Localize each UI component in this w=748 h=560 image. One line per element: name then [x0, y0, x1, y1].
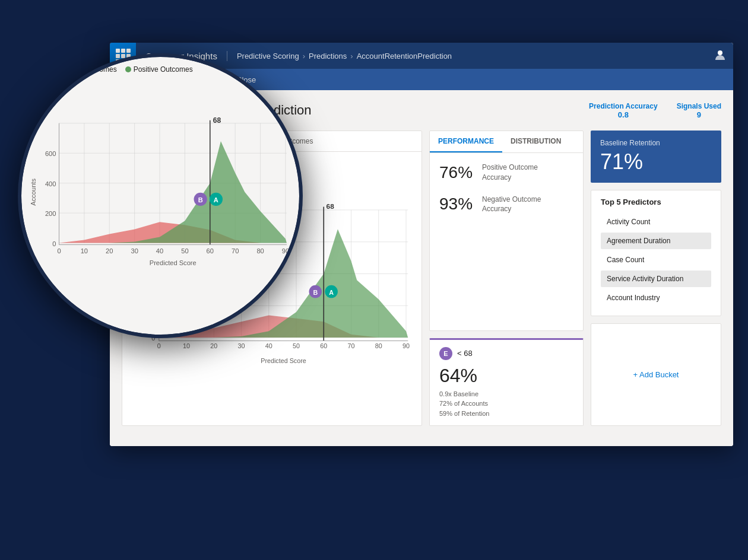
svg-text:90: 90	[282, 247, 289, 254]
bucket-stat-2: 72% of Accounts	[439, 399, 573, 409]
svg-text:20: 20	[106, 247, 113, 254]
svg-text:90: 90	[402, 342, 410, 349]
breadcrumb-sep-1: ›	[303, 52, 305, 61]
svg-text:10: 10	[183, 342, 190, 349]
tab-performance[interactable]: PERFORMANCE	[430, 131, 502, 152]
middle-panel: PERFORMANCE DISTRIBUTION 76% Positive Ou…	[429, 131, 584, 426]
negative-accuracy-label: Negative OutcomeAccuracy	[482, 195, 541, 215]
svg-text:50: 50	[181, 247, 188, 254]
svg-text:68: 68	[213, 116, 221, 125]
signals-used-label: Signals Used	[677, 102, 721, 110]
svg-text:70: 70	[232, 247, 239, 254]
tab-distribution[interactable]: DISTRIBUTION	[502, 131, 569, 152]
bucket-badge: E	[439, 347, 452, 360]
predictor-4: Service Activity Duration	[601, 271, 711, 287]
zoom-chart-area: 0 200 400 600 Accounts 68 B A	[21, 78, 299, 335]
breadcrumb-item-3[interactable]: AccountRetentionPrediction	[357, 52, 452, 61]
prediction-accuracy-label: Prediction Accuracy	[589, 102, 658, 110]
svg-text:30: 30	[238, 342, 245, 349]
prediction-accuracy-value: 0.8	[589, 110, 658, 119]
predictor-2: Agreement Duration	[601, 233, 711, 249]
svg-text:80: 80	[256, 247, 264, 254]
baseline-value: 71%	[600, 149, 712, 174]
breadcrumb-sep-2: ›	[350, 52, 353, 61]
svg-text:20: 20	[210, 342, 217, 349]
signals-used-block: Signals Used 9	[677, 102, 721, 119]
zoom-chart-svg: 0 200 400 600 Accounts 68 B A	[26, 78, 290, 330]
predictor-5: Account Industry	[601, 289, 711, 306]
svg-text:B: B	[313, 289, 318, 296]
predictors-panel: Top 5 Predictors Activity Count Agreemen…	[591, 190, 721, 316]
svg-text:600: 600	[45, 150, 56, 157]
positive-accuracy-pct: 76%	[439, 163, 475, 182]
svg-text:Accounts: Accounts	[30, 179, 37, 206]
svg-text:A: A	[214, 196, 218, 203]
bucket-pct: 64%	[439, 365, 573, 387]
negative-accuracy-pct: 93%	[439, 195, 475, 214]
baseline-panel: Baseline Retention 71%	[591, 131, 721, 183]
breadcrumb-item-1[interactable]: Predictive Scoring	[237, 52, 299, 61]
prediction-accuracy-block: Prediction Accuracy 0.8	[589, 102, 658, 119]
zoom-positive-dot	[125, 66, 131, 72]
bucket-panel: E < 68 64% 0.9x Baseline 72% of Accounts…	[429, 338, 584, 427]
add-bucket-button[interactable]: + Add Bucket	[633, 370, 679, 379]
svg-text:200: 200	[45, 210, 56, 217]
zoom-overlay: ● Negative Outcomes Positive Outcomes	[18, 53, 303, 338]
svg-text:0: 0	[52, 240, 56, 247]
baseline-label: Baseline Retention	[600, 139, 712, 147]
svg-text:400: 400	[45, 180, 56, 187]
breadcrumb-item-2[interactable]: Predictions	[309, 52, 347, 61]
bucket-stats: 0.9x Baseline 72% of Accounts 59% of Ret…	[439, 389, 573, 419]
right-panel: Baseline Retention 71% Top 5 Predictors …	[591, 131, 721, 426]
bucket-stat-3: 59% of Retention	[439, 409, 573, 419]
signals-used-value: 9	[677, 110, 721, 119]
page-header-right: Prediction Accuracy 0.8 Signals Used 9	[589, 102, 721, 119]
svg-text:60: 60	[207, 247, 214, 254]
svg-text:80: 80	[375, 342, 382, 349]
breadcrumb: Predictive Scoring › Predictions › Accou…	[227, 52, 461, 61]
svg-text:40: 40	[265, 342, 272, 349]
svg-text:30: 30	[131, 247, 138, 254]
performance-panel: PERFORMANCE DISTRIBUTION 76% Positive Ou…	[429, 131, 584, 331]
svg-text:0: 0	[157, 342, 161, 349]
positive-accuracy-row: 76% Positive OutcomeAccuracy	[439, 163, 573, 183]
add-bucket-panel: + Add Bucket	[591, 323, 721, 426]
predictor-3: Case Count	[601, 252, 711, 268]
zoom-positive-label: Positive Outcomes	[134, 65, 193, 74]
svg-text:0: 0	[57, 247, 61, 254]
user-icon[interactable]	[714, 49, 726, 63]
svg-text:B: B	[198, 196, 203, 203]
zoom-inner: ● Negative Outcomes Positive Outcomes	[21, 57, 299, 335]
bucket-threshold: < 68	[457, 349, 473, 358]
svg-text:Predicted Score: Predicted Score	[150, 259, 196, 266]
svg-text:50: 50	[293, 342, 300, 349]
perf-tabs: PERFORMANCE DISTRIBUTION	[430, 131, 583, 153]
zoom-positive-legend: Positive Outcomes	[125, 65, 193, 74]
bucket-row: E < 68	[439, 347, 573, 360]
svg-point-0	[718, 50, 722, 55]
negative-accuracy-row: 93% Negative OutcomeAccuracy	[439, 195, 573, 215]
svg-text:60: 60	[320, 342, 327, 349]
svg-text:A: A	[329, 289, 334, 296]
positive-accuracy-label: Positive OutcomeAccuracy	[482, 163, 538, 183]
svg-text:40: 40	[156, 247, 163, 254]
svg-text:Predicted Score: Predicted Score	[261, 357, 306, 364]
bucket-stat-1: 0.9x Baseline	[439, 389, 573, 399]
predictor-1: Activity Count	[601, 214, 711, 230]
perf-content: 76% Positive OutcomeAccuracy 93% Negativ…	[430, 153, 583, 236]
svg-text:70: 70	[348, 342, 355, 349]
svg-text:10: 10	[81, 247, 88, 254]
svg-text:68: 68	[327, 202, 335, 211]
predictors-title: Top 5 Predictors	[601, 198, 711, 206]
